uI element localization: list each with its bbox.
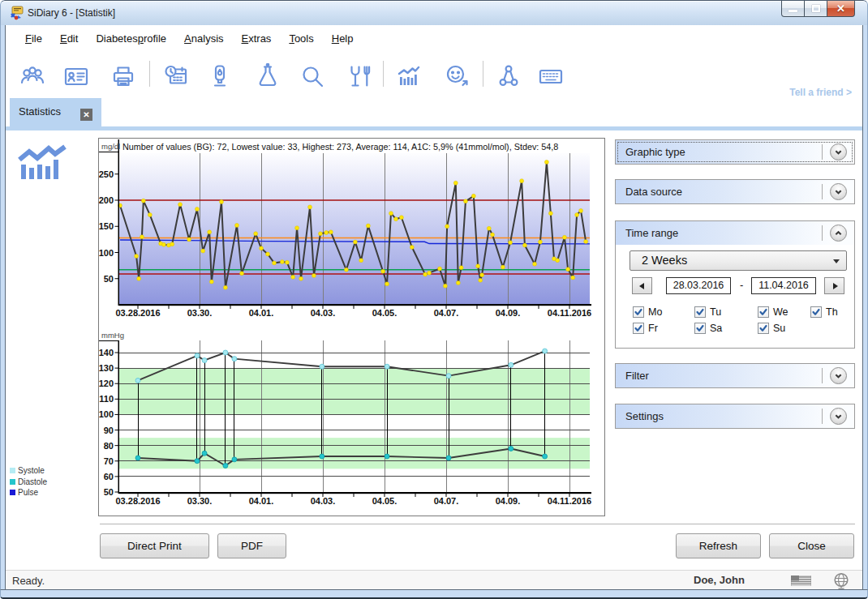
weekday-checkbox-mo[interactable]: Mo (633, 306, 662, 318)
tab-statistics[interactable]: Statistics ✕ (10, 98, 101, 126)
chevron-down-icon[interactable] (830, 367, 847, 384)
svg-text:80: 80 (104, 441, 114, 451)
titlebar: SiDiary 6 - [Statistik] ✕ (0, 0, 868, 25)
app-icon (8, 6, 24, 21)
svg-text:150: 150 (99, 221, 114, 231)
panel-time-range[interactable]: Time range 2 Weeks 28.03.2016 - 11.04.20… (615, 220, 855, 349)
menu-edit[interactable]: Edit (51, 25, 87, 51)
minimize-button[interactable] (781, 1, 805, 17)
chevron-up-icon[interactable] (830, 225, 847, 242)
share-icon[interactable] (496, 63, 522, 89)
app-client-area: FileEditDiabetesprofileAnalysisExtrasToo… (6, 25, 862, 589)
direct-print-button[interactable]: Direct Print (100, 533, 209, 558)
time-range-select[interactable]: 2 Weeks (630, 250, 847, 271)
toolbar-separator (483, 61, 483, 87)
date-range-dash: - (740, 279, 743, 291)
meter-icon[interactable] (207, 63, 233, 89)
panel-data-source[interactable]: Data source (615, 179, 855, 204)
calendar-clock-icon[interactable] (163, 63, 189, 89)
lab-icon[interactable] (255, 63, 281, 89)
svg-text:Number of values (BG): 72, Low: Number of values (BG): 72, Lowest value:… (122, 142, 558, 152)
globe-icon[interactable] (832, 572, 850, 589)
panel-settings[interactable]: Settings (615, 404, 855, 429)
tab-label: Statistics (19, 105, 61, 118)
wellbeing-icon[interactable] (444, 63, 470, 89)
svg-text:04.03.: 04.03. (311, 308, 336, 318)
statistics-icon[interactable] (395, 63, 421, 89)
svg-text:04.07.: 04.07. (434, 496, 459, 506)
chart-legend: SystoleDiastolePulse (10, 465, 47, 498)
chart-area: 5010015020025003.28.201603.30.04.01.04.0… (98, 138, 605, 516)
svg-text:50: 50 (104, 487, 114, 497)
prev-range-button[interactable] (632, 277, 652, 294)
svg-text:04.05.: 04.05. (372, 496, 397, 506)
chevron-down-icon[interactable] (830, 408, 847, 425)
window-frame-bottom (0, 589, 868, 599)
tell-a-friend-link[interactable]: Tell a friend > (789, 87, 852, 98)
close-button[interactable]: Close (769, 533, 854, 558)
statistics-sidebar-icon (16, 142, 68, 186)
svg-text:03.28.2016: 03.28.2016 (115, 308, 160, 318)
nutrition-icon[interactable] (346, 63, 372, 89)
patients-icon[interactable] (19, 63, 45, 89)
panel-title: Settings (625, 410, 664, 422)
svg-text:90: 90 (104, 426, 114, 435)
date-from-input[interactable]: 28.03.2016 (666, 277, 731, 294)
next-range-button[interactable] (824, 277, 844, 294)
menu-diabetesprofile[interactable]: Diabetesprofile (87, 25, 175, 51)
chevron-down-icon[interactable] (830, 183, 847, 200)
panel-filter[interactable]: Filter (615, 363, 855, 388)
svg-text:60: 60 (104, 472, 114, 481)
bottom-separator (100, 524, 855, 524)
app-window: SiDiary 6 - [Statistik] ✕ FileEditDiabet… (0, 0, 868, 599)
menu-analysis[interactable]: Analysis (175, 25, 232, 51)
combo-arrow-icon (833, 259, 840, 263)
chevron-down-icon[interactable] (830, 143, 847, 160)
svg-text:250: 250 (99, 169, 114, 179)
svg-text:110: 110 (99, 394, 114, 404)
window-frame-left (0, 25, 6, 589)
svg-text:03.28.2016: 03.28.2016 (115, 496, 160, 506)
refresh-button[interactable]: Refresh (676, 533, 761, 558)
tab-close-icon[interactable]: ✕ (80, 109, 92, 121)
svg-text:50: 50 (104, 274, 114, 284)
svg-text:130: 130 (99, 363, 114, 373)
window-frame-right (862, 25, 868, 589)
weekday-checkbox-we[interactable]: We (758, 306, 789, 318)
menu-extras[interactable]: Extras (233, 25, 281, 51)
panel-graphic-type[interactable]: Graphic type (615, 139, 855, 165)
weekday-checkbox-tu[interactable]: Tu (694, 306, 721, 318)
time-range-value: 2 Weeks (642, 254, 687, 267)
menu-tools[interactable]: Tools (280, 25, 322, 51)
svg-text:200: 200 (99, 195, 114, 205)
weekday-checkbox-sa[interactable]: Sa (694, 323, 722, 334)
keyboard-icon[interactable] (538, 63, 564, 89)
svg-text:04.07.: 04.07. (434, 308, 459, 318)
svg-text:04.01.: 04.01. (249, 496, 274, 506)
profile-card-icon[interactable] (63, 63, 89, 89)
weekday-checkbox-su[interactable]: Su (758, 323, 785, 334)
svg-text:100: 100 (99, 248, 114, 258)
weekday-checkbox-fr[interactable]: Fr (633, 323, 658, 334)
toolbar-separator (149, 61, 150, 87)
language-flag-icon[interactable] (791, 575, 811, 586)
toolbar: Tell a friend > (6, 51, 862, 93)
weekday-checkbox-th[interactable]: Th (810, 306, 838, 318)
maximize-button[interactable] (804, 1, 827, 17)
svg-text:04.11.2016: 04.11.2016 (548, 308, 591, 318)
panel-title: Data source (625, 186, 682, 198)
search-icon[interactable] (299, 63, 325, 89)
statusbar: Ready. Doe, John (6, 570, 862, 589)
svg-text:03.30.: 03.30. (187, 308, 213, 318)
menu-help[interactable]: Help (323, 25, 363, 51)
pdf-button[interactable]: PDF (217, 533, 286, 558)
date-to-input[interactable]: 11.04.2016 (751, 277, 816, 294)
svg-text:04.05.: 04.05. (372, 308, 397, 318)
print-icon[interactable] (110, 63, 136, 89)
status-text: Ready. (12, 575, 45, 587)
panel-title: Filter (625, 370, 649, 382)
menu-file[interactable]: File (16, 25, 51, 51)
tabstrip (6, 126, 862, 130)
close-window-button[interactable]: ✕ (827, 1, 855, 17)
svg-text:140: 140 (99, 348, 114, 357)
